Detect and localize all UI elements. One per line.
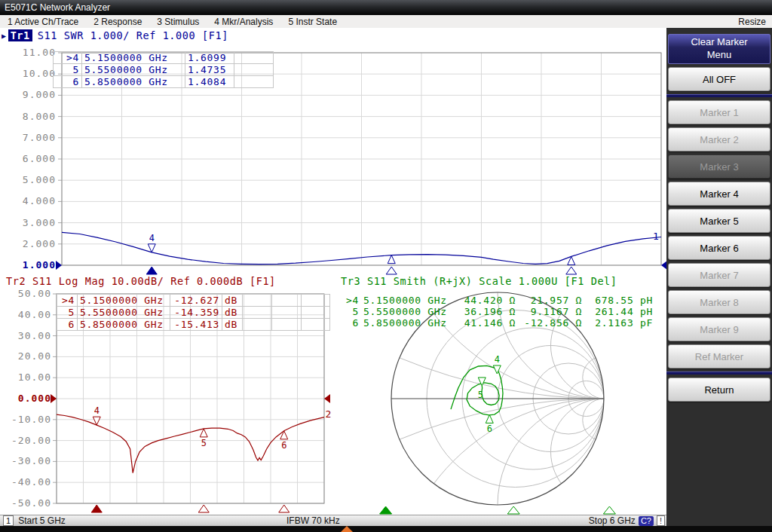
svg-text:0.000: 0.000 (18, 393, 51, 404)
svg-text:-50.00: -50.00 (11, 497, 51, 509)
start-frequency-readout: Start 5 GHz (18, 515, 66, 526)
svg-text:5: 5 (201, 438, 207, 448)
softkey-menu-title: Clear MarkerMenu (668, 34, 770, 64)
svg-text:6.000: 6.000 (23, 153, 56, 164)
softkey-separator (666, 94, 772, 97)
softkey-marker-3[interactable]: Marker 3 (668, 154, 770, 179)
svg-text:4: 4 (94, 405, 100, 416)
svg-text:-20.00: -20.00 (11, 435, 51, 446)
menu-item-3[interactable]: 3 Stimulus (149, 17, 207, 27)
svg-text:3.000: 3.000 (23, 217, 56, 228)
svg-text:5.000: 5.000 (23, 174, 56, 185)
svg-text:10.00: 10.00 (23, 68, 56, 79)
softkey-marker-1: Marker 1 (668, 100, 770, 124)
svg-text:6: 6 (487, 423, 492, 434)
softkey-marker-8: Marker 8 (668, 290, 770, 314)
softkey-ref-marker: Ref Marker (668, 344, 770, 368)
svg-text:20.00: 20.00 (18, 350, 51, 362)
softkey-separator (666, 371, 772, 375)
alert-indicator: ! (657, 515, 665, 526)
softkey-marker-2: Marker 2 (668, 127, 770, 151)
svg-text:2: 2 (326, 408, 332, 420)
window-title: E5071C Network Analyzer (5, 2, 110, 13)
svg-text:50.00: 50.00 (18, 288, 51, 299)
ifbw-readout: IFBW 70 kHz (286, 515, 340, 526)
tr2-marker-table: >45.1500000 GHz-12.627dB55.5500000 GHz-1… (57, 294, 330, 331)
marker-readout-row: 55.5500000 GHz36.196 Ω9.1167 Ω261.44 pH (342, 306, 655, 317)
tr1-badge: Tr1 (8, 29, 32, 41)
svg-text:10.00: 10.00 (18, 371, 51, 383)
charts-canvas[interactable]: 11.0010.009.0008.0007.0006.0005.0004.000… (0, 28, 666, 515)
svg-text:7.000: 7.000 (23, 132, 56, 143)
marker-readout-row: >45.1500000 GHz-12.627dB (57, 295, 330, 307)
tr1-title: S11 SWR 1.000/ Ref 1.000 [F1] (38, 29, 228, 41)
tr3-header: Tr3 S11 Smith (R+jX) Scale 1.000U [F1 De… (341, 275, 617, 287)
menu-item-2[interactable]: 2 Response (86, 17, 149, 27)
svg-text:-10.00: -10.00 (11, 414, 51, 425)
softkey-marker-7: Marker 7 (668, 263, 770, 287)
svg-text:9.000: 9.000 (23, 89, 56, 100)
mouse-cursor-tip (341, 526, 353, 532)
menu-item-4[interactable]: 4 Mkr/Analysis (207, 17, 280, 27)
svg-text:-40.00: -40.00 (11, 476, 51, 488)
statusbar: 1 Start 5 GHz IFBW 70 kHz Stop 6 GHz C? … (0, 515, 666, 526)
svg-text:30.00: 30.00 (18, 330, 51, 341)
tr2-header: Tr2 S11 Log Mag 10.00dB/ Ref 0.000dB [F1… (6, 275, 276, 287)
marker-readout-row: 55.5500000 GHz1.4735 (54, 64, 274, 76)
softkey-marker-6[interactable]: Marker 6 (668, 236, 770, 260)
instrument-screen: 11.0010.009.0008.0007.0006.0005.0004.000… (0, 28, 666, 515)
marker-readout-row: 65.8500000 GHz41.146 Ω-12.856 Ω2.1163 pF (342, 317, 655, 329)
menu-items: 1 Active Ch/Trace2 Response3 Stimulus4 M… (0, 17, 345, 27)
svg-text:6: 6 (281, 440, 286, 451)
statusbar-left: 1 Start 5 GHz (3, 515, 66, 526)
svg-text:5: 5 (478, 390, 483, 400)
svg-text:40.00: 40.00 (18, 309, 51, 320)
softkey-marker-9: Marker 9 (668, 317, 770, 341)
softkey-all-off[interactable]: All OFF (668, 67, 770, 91)
menu-item-5[interactable]: 5 Instr State (280, 17, 345, 27)
svg-text:2.000: 2.000 (23, 238, 56, 249)
svg-text:1.000: 1.000 (23, 259, 56, 271)
menubar: 1 Active Ch/Trace2 Response3 Stimulus4 M… (0, 15, 772, 29)
marker-readout-row: >45.1500000 GHz1.6099 (54, 52, 274, 64)
statusbar-right: Stop 6 GHz C? ! (589, 515, 665, 526)
stop-frequency-readout: Stop 6 GHz (589, 515, 636, 526)
resize-button[interactable]: Resize (732, 17, 772, 27)
menu-item-1[interactable]: 1 Active Ch/Trace (0, 17, 86, 27)
svg-text:8.000: 8.000 (23, 111, 56, 122)
tr1-marker-table: >45.1500000 GHz1.609955.5500000 GHz1.473… (53, 51, 274, 88)
titlebar: E5071C Network Analyzer (0, 0, 772, 15)
softkey-marker-4[interactable]: Marker 4 (668, 182, 770, 206)
marker-readout-row: 65.8500000 GHz1.4084 (54, 76, 274, 88)
active-trace-arrow-icon: ▶ (2, 32, 7, 40)
svg-text:1: 1 (653, 231, 659, 242)
svg-text:-30.00: -30.00 (11, 455, 51, 466)
softkey-sidebar: Clear MarkerMenuAll OFFMarker 1Marker 2M… (666, 28, 772, 532)
marker-readout-row: >45.1500000 GHz44.420 Ω21.957 Ω678.55 pH (342, 295, 655, 306)
tr1-header: ▶ Tr1 S11 SWR 1.000/ Ref 1.000 [F1] (2, 29, 228, 41)
bottom-strip (0, 526, 772, 532)
svg-text:4.000: 4.000 (23, 195, 56, 206)
channel-indicator: 1 (3, 515, 14, 526)
softkey-marker-5[interactable]: Marker 5 (668, 209, 770, 233)
softkey-return[interactable]: Return (668, 378, 770, 402)
marker-readout-row: 55.5500000 GHz-14.359dB (57, 307, 330, 319)
marker-readout-row: 65.8500000 GHz-15.413dB (57, 319, 330, 331)
correction-badge: C? (639, 516, 654, 526)
svg-text:11.00: 11.00 (23, 47, 56, 58)
svg-text:4: 4 (495, 354, 500, 365)
tr3-marker-table: >45.1500000 GHz44.420 Ω21.957 Ω678.55 pH… (342, 295, 655, 329)
svg-text:4: 4 (149, 233, 155, 243)
